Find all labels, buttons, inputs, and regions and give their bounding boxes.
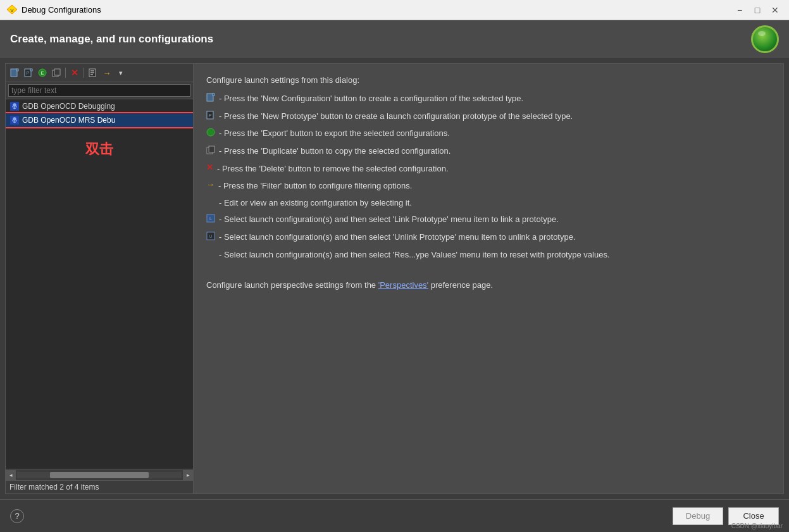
window-controls: − □ ✕ [732,3,783,18]
perspectives-line: Configure launch perspective settings fr… [206,279,771,292]
svg-rect-33 [213,94,214,96]
item-text-link: - Select launch configuration(s) and the… [219,213,559,226]
right-panel-intro: Configure launch settings from this dial… [206,74,771,87]
item-text-reset: - Select launch configuration(s) and the… [219,249,610,262]
duplicate-icon-right [206,145,215,159]
minimize-button[interactable]: − [732,3,747,18]
svg-point-36 [207,128,214,136]
tree-item-label-1: GDB OpenOCD Debugging [22,102,115,111]
tree-item-icon-1 [9,101,20,111]
horizontal-scrollbar[interactable]: ◂ ▸ [6,469,193,480]
filter-status: Filter matched 2 of 4 items [6,480,193,493]
tree-area: GDB OpenOCD Debugging [6,99,193,469]
link-icon-right: L [206,214,215,227]
window-title: Debug Configurations [22,5,732,15]
main-content: P E ✕ [0,58,789,532]
scroll-track[interactable] [17,472,182,478]
svg-text:V: V [10,8,14,13]
right-panel-item-unlink: U - Select launch configuration(s) and t… [206,231,771,245]
right-panel-item-duplicate: - Press the 'Duplicate' button to copy t… [206,145,771,159]
filter-input-container [6,82,193,99]
title-bar: V Debug Configurations − □ ✕ [0,0,789,20]
right-panel-item-export: - Press the 'Export' button to export th… [206,127,771,141]
filter-button[interactable] [87,66,99,79]
right-panel-item-reset: - Select launch configuration(s) and the… [206,249,771,262]
delete-button[interactable]: ✕ [68,66,81,79]
toolbar-sep-2 [84,68,84,78]
svg-rect-7 [30,69,32,71]
perspectives-link[interactable]: 'Perspectives' [378,280,428,290]
maximize-button[interactable]: □ [750,3,765,18]
perspectives-suffix: preference page. [428,280,493,290]
new-prototype-button[interactable]: P [22,66,35,79]
toolbar: P E ✕ [6,64,193,82]
delete-icon-right: ✕ [206,163,213,171]
right-panel-item-delete: ✕ - Press the 'Delete' button to remove … [206,163,771,176]
filter-icon-right: → [206,180,214,189]
dialog-header: Create, manage, and run configurations [0,20,789,58]
right-panel-item-link: L - Select launch configuration(s) and t… [206,213,771,227]
svg-text:E: E [41,71,44,75]
new-config-button[interactable] [8,66,21,79]
tree-item[interactable]: GDB OpenOCD MRS Debu [6,113,193,127]
svg-point-25 [13,118,16,121]
app-icon: V [6,4,18,16]
right-panel-item-prototype: P - Press the 'New Prototype' button to … [206,110,771,124]
perspectives-prefix: Configure launch perspective settings fr… [206,280,378,290]
prototype-icon: P [206,111,215,124]
item-text-prototype: - Press the 'New Prototype' button to cr… [219,110,573,123]
watermark: CSDN @xiaoyibar [731,523,783,529]
svg-point-18 [13,104,16,107]
right-panel-item-edit: - Edit or view an existing configuration… [206,197,771,210]
svg-rect-4 [16,69,18,71]
scroll-right-button[interactable]: ▸ [183,470,193,480]
bottom-bar: ? Debug Close [0,499,789,532]
scroll-left-button[interactable]: ◂ [6,470,16,480]
window-close-button[interactable]: ✕ [767,3,783,18]
svg-text:U: U [209,234,212,238]
right-panel-item-filter: → - Press the 'Filter' button to configu… [206,180,771,193]
toolbar-sep-1 [65,68,66,78]
dialog-title: Create, manage, and run configurations [10,33,751,46]
left-panel: P E ✕ [5,63,194,494]
item-text-duplicate: - Press the 'Duplicate' button to copy t… [219,145,450,158]
svg-rect-38 [209,146,214,152]
item-text-delete: - Press the 'Delete' button to remove th… [217,163,449,176]
right-panel: Configure launch settings from this dial… [194,63,784,494]
header-logo-icon [751,25,779,53]
item-text-new-config: - Press the 'New Configuration' button t… [219,92,523,106]
item-text-edit: - Edit or view an existing configuration… [219,197,412,210]
debug-button[interactable]: Debug [673,507,723,525]
tree-item-label-2: GDB OpenOCD MRS Debu [22,116,115,125]
svg-rect-12 [54,69,60,75]
arrow-button[interactable]: → [101,66,113,79]
svg-text:L: L [209,216,212,221]
tree-item[interactable]: GDB OpenOCD Debugging [6,99,193,113]
filter-input[interactable] [8,84,190,97]
unlink-icon-right: U [206,232,215,245]
scroll-thumb[interactable] [50,472,149,478]
new-config-icon [206,93,215,106]
right-panel-item-new-config: - Press the 'New Configuration' button t… [206,92,771,106]
double-click-hint: 双击 [6,127,193,171]
tree-item-icon-2 [9,115,20,125]
content-area: P E ✕ [0,58,789,499]
export-button[interactable]: E [36,66,49,79]
duplicate-button[interactable] [50,66,63,79]
help-button[interactable]: ? [10,509,24,523]
svg-text:P: P [209,113,212,118]
dropdown-button[interactable]: ▾ [115,66,127,79]
item-text-unlink: - Select launch configuration(s) and the… [219,231,576,244]
svg-text:P: P [27,71,30,75]
item-text-filter: - Press the 'Filter' button to configure… [218,180,412,193]
export-icon-right [206,128,215,141]
item-text-export: - Press the 'Export' button to export th… [219,127,450,140]
